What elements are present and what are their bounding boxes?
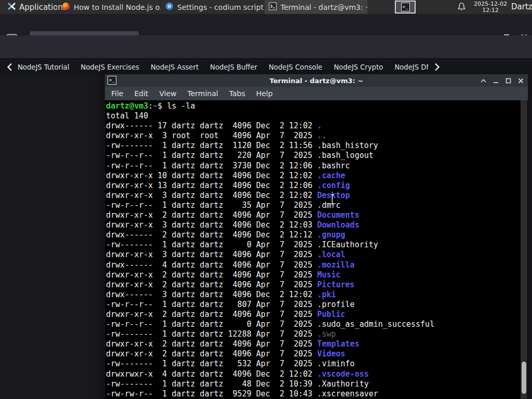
window-button-firefox[interactable]: How to Install Node.js o... [57, 0, 161, 14]
terminal-close-button[interactable] [516, 76, 525, 85]
terminal-line: -rw------- 1 dartz dartz 1120 Dec 2 11:5… [106, 141, 528, 151]
terminal-titlebar[interactable]: >_ Terminal - dartz@vm3: ~ [105, 74, 528, 87]
terminal-line: drwxr-xr-x 13 dartz dartz 4096 Dec 2 12:… [106, 181, 528, 191]
terminal-line: drwxrwxr-x 4 dartz dartz 4096 Dec 2 12:0… [106, 369, 528, 379]
scroll-right-chevron-icon[interactable] [434, 63, 440, 73]
window-button-label: Settings - codium script... [177, 3, 264, 11]
sitenav-items: NodeJS TutorialNodeJS ExercisesNodeJS As… [18, 59, 428, 75]
terminal-menubar: FileEditViewTerminalTabsHelp [105, 87, 528, 100]
nodejs-subnav: NodeJS TutorialNodeJS ExercisesNodeJS As… [0, 59, 532, 75]
tray-terminal-icon: >_ [401, 3, 410, 11]
applications-icon [7, 2, 16, 12]
terminal-title: Terminal - dartz@vm3: ~ [105, 77, 528, 85]
terminal-line: -rw------- 1 dartz dartz 532 Apr 7 2025 … [106, 359, 528, 369]
sitenav-item[interactable]: NodeJS Exercises [81, 63, 139, 71]
sitenav-item[interactable]: NodeJS Console [269, 63, 322, 71]
sitenav-item[interactable]: NodeJS Tutorial [18, 63, 69, 71]
terminal-line: -rw-r--r-- 1 dartz dartz 220 Apr 7 2025 … [106, 151, 528, 161]
terminal-menu-terminal[interactable]: Terminal [188, 89, 218, 98]
terminal-line: drwxr-xr-x 10 dartz dartz 4096 Dec 2 12:… [106, 171, 528, 181]
terminal-line: drwxr-xr-x 2 dartz dartz 4096 Apr 7 2025… [106, 349, 528, 359]
terminal-menu-view[interactable]: View [159, 89, 177, 98]
terminal-line: -rw-rw-r-- 1 dartz dartz 9529 Dec 2 10:4… [106, 389, 528, 399]
scroll-left-chevron-icon[interactable] [7, 63, 12, 73]
sitenav-item[interactable]: NodeJS DNS [394, 63, 428, 71]
terminal-line: drwx------ 4 dartz dartz 4096 Apr 7 2025… [106, 260, 528, 270]
terminal-line: -rw-r--r-- 1 dartz dartz 3730 Dec 2 12:0… [106, 161, 528, 171]
terminal-line: drwxr-xr-x 3 root root 4096 Apr 7 2025 .… [106, 131, 528, 141]
firefox-icon [62, 2, 70, 12]
window-button-settings[interactable]: Settings - codium script... [161, 0, 264, 14]
terminal-line: drwxr-xr-x 3 dartz dartz 4096 Apr 7 2025… [106, 250, 528, 260]
clock-time: 12:12 [471, 7, 510, 14]
terminal-line: drwxr-xr-x 2 dartz dartz 4096 Apr 7 2025… [106, 280, 528, 290]
sitenav-item[interactable]: NodeJS Crypto [334, 63, 383, 71]
window-button-label: Terminal - dartz@vm3: ~ [281, 3, 367, 11]
settings-icon [165, 2, 174, 12]
terminal-scrollbar-thumb[interactable] [522, 362, 526, 394]
terminal-titlebar-icon: >_ [108, 76, 116, 85]
tray-terminal-indicator[interactable]: >_ [395, 1, 416, 14]
window-button-terminal[interactable]: Terminal - dartz@vm3: ~ [264, 0, 367, 14]
terminal-line: drwxr-xr-x 2 dartz dartz 4096 Apr 7 2025… [106, 270, 528, 280]
window-button-label: How to Install Node.js o... [74, 3, 161, 11]
terminal-line: -rw-r--r-- 1 dartz dartz 35 Apr 7 2025 .… [106, 201, 528, 210]
terminal-line: drwx------ 3 dartz dartz 4096 Dec 2 12:0… [106, 290, 528, 300]
terminal-line: drwxr-xr-x 2 dartz dartz 4096 Apr 7 2025… [106, 339, 528, 349]
terminal-line: -rw------- 1 dartz dartz 48 Dec 2 10:39 … [106, 379, 528, 389]
terminal-line: total 140 [106, 111, 528, 121]
firefox-tab-bar: ∞ How to Install Node.js on ✕ + [0, 14, 532, 35]
sitenav-item[interactable]: NodeJS Assert [151, 63, 198, 71]
terminal-line: -rw-r--r-- 1 dartz dartz 0 Apr 7 2025 .s… [106, 320, 528, 329]
terminal-menu-help[interactable]: Help [256, 89, 273, 98]
window-buttons: How to Install Node.js o... Settings - c… [57, 0, 367, 14]
terminal-window: >_ Terminal - dartz@vm3: ~ FileEditViewT… [104, 74, 528, 399]
panel-clock[interactable]: 2025-12-02 12:12 [471, 1, 510, 14]
terminal-line: dartz@vm3:~$ ls -la [106, 101, 528, 111]
terminal-line: -rw------- 1 dartz dartz 12288 Apr 7 202… [106, 329, 528, 339]
terminal-line: -rw------- 1 dartz dartz 0 Apr 7 2025 .I… [106, 240, 528, 250]
terminal-shade-button[interactable] [479, 76, 487, 85]
terminal-maximize-button[interactable] [504, 76, 512, 85]
terminal-icon [269, 2, 277, 12]
panel-username: Dartz [511, 2, 532, 11]
terminal-menu-tabs[interactable]: Tabs [229, 89, 245, 98]
terminal-line: -rw-r--r-- 1 dartz dartz 807 Apr 7 2025 … [106, 300, 528, 310]
terminal-line: drwxr-xr-x 2 dartz dartz 4096 Apr 7 2025… [106, 310, 528, 320]
terminal-scrollbar-track[interactable] [521, 100, 527, 399]
notification-bell-icon[interactable] [457, 2, 466, 14]
terminal-minimize-button[interactable] [491, 76, 500, 85]
terminal-output[interactable]: dartz@vm3:~$ ls -latotal 140drwx------ 1… [105, 100, 528, 399]
terminal-line: drwxr-xr-x 3 dartz dartz 4096 Dec 2 12:0… [106, 191, 528, 201]
sitenav-item[interactable]: NodeJS Buffer [210, 63, 257, 71]
terminal-menu-edit[interactable]: Edit [134, 89, 148, 98]
terminal-line: drwx------ 17 dartz dartz 4096 Dec 2 12:… [106, 121, 528, 131]
terminal-line: drwxr-xr-x 2 dartz dartz 4096 Apr 7 2025… [106, 210, 528, 220]
top-panel: Applications How to Install Node.js o...… [0, 0, 532, 14]
terminal-line: drwx------ 2 dartz dartz 4096 Dec 2 12:1… [106, 230, 528, 240]
terminal-menu-file[interactable]: File [111, 89, 123, 98]
text-cursor-ibeam [329, 194, 335, 205]
firefox-nav-toolbar: https://www.geeksforgeeks.org/node-js/in… [0, 35, 532, 59]
terminal-line: drwxr-xr-x 3 dartz dartz 4096 Dec 2 12:0… [106, 220, 528, 230]
